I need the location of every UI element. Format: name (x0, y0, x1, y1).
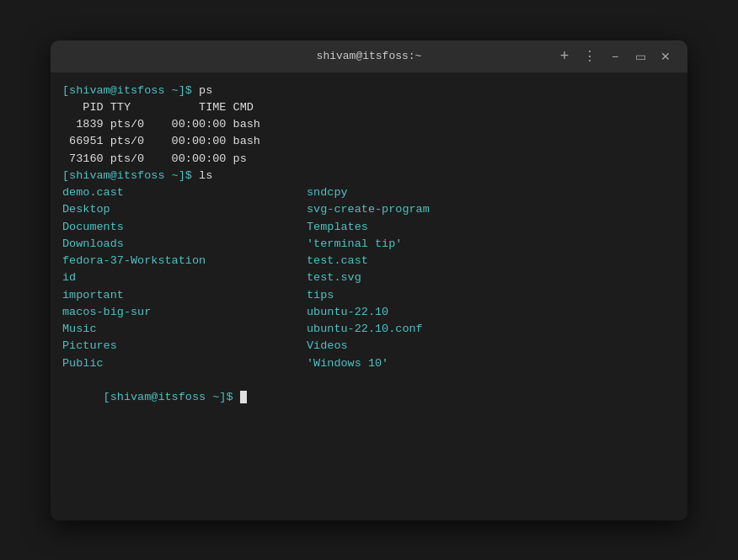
terminal-body[interactable]: [shivam@itsfoss ~]$ ps PID TTY TIME CMD … (51, 72, 687, 520)
prompt: [shivam@itsfoss ~]$ (62, 84, 199, 97)
ls-item: 'terminal tip' (307, 236, 551, 253)
ls-output: demo.cast Desktop Documents Downloads fe… (62, 184, 676, 372)
ps-row-1: 1839 pts/0 00:00:00 bash (62, 116, 676, 133)
ls-item: id (62, 269, 307, 286)
final-prompt-line: [shivam@itsfoss ~]$ (62, 372, 676, 424)
prompt-2: [shivam@itsfoss ~]$ (62, 169, 199, 182)
ls-item: Templates (307, 219, 551, 236)
ls-item: Downloads (62, 236, 307, 253)
terminal-window: shivam@itsfoss:~ + ⋮ − ▭ ✕ [shivam@itsfo… (51, 40, 687, 520)
titlebar-title: shivam@itsfoss:~ (317, 50, 422, 62)
ls-item: demo.cast (62, 184, 307, 201)
ls-item: test.svg (307, 269, 551, 286)
ls-item: sndcpy (307, 184, 551, 201)
ls-item: macos-big-sur (62, 304, 307, 321)
ls-item: svg-create-program (307, 201, 551, 218)
ls-item: Videos (307, 338, 551, 355)
ls-item: Pictures (62, 338, 307, 355)
ls-item: 'Windows 10' (307, 355, 551, 372)
ls-item: important (62, 287, 307, 304)
ls-item: Public (62, 355, 307, 372)
ls-column-left: demo.cast Desktop Documents Downloads fe… (62, 184, 307, 372)
ls-item: test.cast (307, 253, 551, 269)
ls-item: Music (62, 321, 307, 338)
ls-item: tips (307, 287, 551, 304)
ls-item: fedora-37-Workstation (62, 253, 307, 269)
ps-row-2: 66951 pts/0 00:00:00 bash (62, 133, 676, 150)
ls-item: ubuntu-22.10.conf (307, 321, 551, 338)
maximize-button[interactable]: ▭ (628, 45, 652, 68)
ps-command-line: [shivam@itsfoss ~]$ ps (62, 83, 676, 99)
ls-item: Documents (62, 219, 307, 236)
menu-button[interactable]: ⋮ (578, 45, 602, 68)
ps-row-3: 73160 pts/0 00:00:00 ps (62, 151, 676, 168)
titlebar-controls: + ⋮ − ▭ ✕ (553, 45, 677, 68)
ls-item: Desktop (62, 201, 307, 218)
minimize-button[interactable]: − (603, 45, 627, 68)
close-button[interactable]: ✕ (654, 45, 677, 68)
ls-command-line: [shivam@itsfoss ~]$ ls (62, 168, 676, 184)
cursor (240, 391, 247, 403)
ps-header: PID TTY TIME CMD (62, 99, 676, 116)
final-prompt: [shivam@itsfoss ~]$ (104, 391, 240, 403)
titlebar: shivam@itsfoss:~ + ⋮ − ▭ ✕ (51, 40, 687, 72)
ls-item: ubuntu-22.10 (307, 304, 551, 321)
new-tab-button[interactable]: + (553, 45, 576, 68)
ls-column-right: sndcpy svg-create-program Templates 'ter… (307, 184, 551, 372)
